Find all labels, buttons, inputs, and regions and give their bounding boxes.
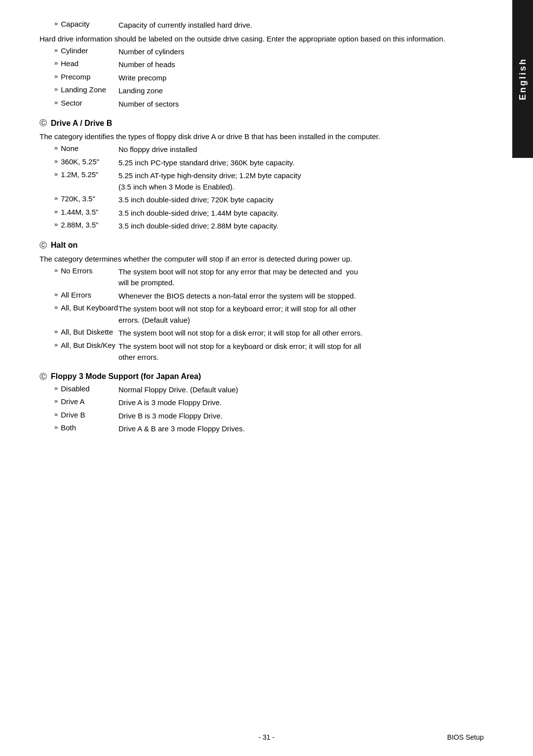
all-but-diskette-label: » All, But Diskette [39,328,118,336]
none-desc: No floppy drive installed [118,144,469,155]
144m-label: » 1.44M, 3.5" [39,208,118,216]
drive-ab-section-header: Ⓒ Drive A / Drive B [39,118,469,128]
arrow-icon: » [54,99,58,106]
288m-desc: 3.5 inch double-sided drive; 2.88M byte … [118,221,469,232]
arrow-icon: » [54,291,58,298]
no-errors-desc: The system boot will not stop for any er… [118,266,469,289]
content-area: » Capacity Capacity of currently install… [39,20,469,435]
section-icon: Ⓒ [39,241,47,250]
360k-desc: 5.25 inch PC-type standard drive; 360K b… [118,157,469,169]
page-number: - 31 - [39,733,494,741]
all-but-keyboard-desc: The system boot will not stop for a keyb… [118,303,469,326]
capacity-desc: Capacity of currently installed hard dri… [118,20,469,31]
section-icon: Ⓒ [39,118,47,128]
arrow-icon: » [54,20,58,27]
drive-a-desc: Drive A is 3 mode Floppy Drive. [118,397,469,409]
all-errors-row: » All Errors Whenever the BIOS detects a… [39,291,469,302]
1m2-desc: 5.25 inch AT-type high-density drive; 1.… [118,170,469,192]
720k-label: » 720K, 3.5" [39,194,118,203]
arrow-icon: » [54,384,58,392]
all-errors-label: » All Errors [39,291,118,299]
head-row: » Head Number of heads [39,59,469,71]
none-row: » None No floppy drive installed [39,144,469,155]
side-tab-text: English [518,58,528,100]
arrow-icon: » [54,397,58,405]
arrow-icon: » [54,170,58,178]
drive-ab-intro: The category identifies the types of flo… [39,131,469,143]
arrow-icon: » [54,221,58,228]
page-footer: - 31 - BIOS Setup [0,733,533,741]
all-but-keyboard-label: » All, But Keyboard [39,303,118,312]
all-but-diskette-row: » All, But Diskette The system boot will… [39,328,469,339]
720k-row: » 720K, 3.5" 3.5 inch double-sided drive… [39,194,469,206]
precomp-row: » Precomp Write precomp [39,73,469,84]
footer-label: BIOS Setup [447,733,484,741]
head-label: » Head [39,59,118,68]
arrow-icon: » [54,208,58,215]
arrow-icon: » [54,144,58,151]
1m2-row: » 1.2M, 5.25" 5.25 inch AT-type high-den… [39,170,469,192]
arrow-icon: » [54,85,58,93]
360k-row: » 360K, 5.25" 5.25 inch PC-type standard… [39,157,469,169]
halt-on-section-header: Ⓒ Halt on [39,241,469,250]
disabled-row: » Disabled Normal Floppy Drive. (Default… [39,384,469,396]
both-row: » Both Drive A & B are 3 mode Floppy Dri… [39,423,469,435]
drive-b-label: » Drive B [39,411,118,419]
none-label: » None [39,144,118,152]
arrow-icon: » [54,328,58,335]
drive-a-label: » Drive A [39,397,118,406]
arrow-icon: » [54,411,58,418]
both-label: » Both [39,423,118,432]
capacity-row: » Capacity Capacity of currently install… [39,20,469,31]
all-but-diskkey-row: » All, But Disk/Key The system boot will… [39,341,469,363]
landing-zone-label: » Landing Zone [39,85,118,94]
sector-label: » Sector [39,99,118,107]
arrow-icon: » [54,341,58,348]
arrow-icon: » [54,157,58,165]
landing-zone-desc: Landing zone [118,85,469,97]
arrow-icon: » [54,266,58,274]
no-errors-label: » No Errors [39,266,118,275]
cylinder-label: » Cylinder [39,46,118,55]
drive-ab-title: Drive A / Drive B [51,119,112,128]
288m-label: » 2.88M, 3.5" [39,221,118,229]
arrow-icon: » [54,59,58,67]
hard-drive-intro: Hard drive information should be labeled… [39,33,469,45]
drive-b-row: » Drive B Drive B is 3 mode Floppy Drive… [39,411,469,422]
section-icon: Ⓒ [39,372,47,381]
precomp-label: » Precomp [39,73,118,81]
sector-desc: Number of sectors [118,99,469,110]
288m-row: » 2.88M, 3.5" 3.5 inch double-sided driv… [39,221,469,232]
capacity-label: » Capacity [39,20,118,28]
arrow-icon: » [54,194,58,202]
halt-on-title: Halt on [51,241,77,250]
no-errors-row: » No Errors The system boot will not sto… [39,266,469,289]
both-desc: Drive A & B are 3 mode Floppy Drives. [118,423,469,435]
disabled-desc: Normal Floppy Drive. (Default value) [118,384,469,396]
cylinder-row: » Cylinder Number of cylinders [39,46,469,58]
page-container: English » Capacity Capacity of currently… [0,0,533,756]
cylinder-desc: Number of cylinders [118,46,469,58]
all-errors-desc: Whenever the BIOS detects a non-fatal er… [118,291,469,302]
drive-a-row: » Drive A Drive A is 3 mode Floppy Drive… [39,397,469,409]
all-but-diskette-desc: The system boot will not stop for a disk… [118,328,469,339]
head-desc: Number of heads [118,59,469,71]
all-but-diskkey-label: » All, But Disk/Key [39,341,118,349]
144m-row: » 1.44M, 3.5" 3.5 inch double-sided driv… [39,208,469,219]
arrow-icon: » [54,73,58,80]
arrow-icon: » [54,423,58,431]
all-but-keyboard-row: » All, But Keyboard The system boot will… [39,303,469,326]
landing-zone-row: » Landing Zone Landing zone [39,85,469,97]
arrow-icon: » [54,46,58,54]
sector-row: » Sector Number of sectors [39,99,469,110]
floppy3-title: Floppy 3 Mode Support (for Japan Area) [51,372,201,381]
720k-desc: 3.5 inch double-sided drive; 720K byte c… [118,194,469,206]
floppy3-section-header: Ⓒ Floppy 3 Mode Support (for Japan Area) [39,372,469,381]
360k-label: » 360K, 5.25" [39,157,118,166]
disabled-label: » Disabled [39,384,118,393]
arrow-icon: » [54,303,58,311]
halt-on-intro: The category determines whether the comp… [39,253,469,265]
all-but-diskkey-desc: The system boot will not stop for a keyb… [118,341,469,363]
drive-b-desc: Drive B is 3 mode Floppy Drive. [118,411,469,422]
144m-desc: 3.5 inch double-sided drive; 1.44M byte … [118,208,469,219]
